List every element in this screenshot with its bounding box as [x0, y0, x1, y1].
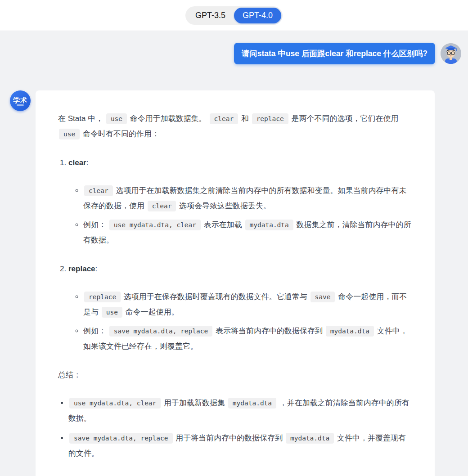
user-avatar: [441, 43, 461, 64]
sub-bullet-item: replace 选项用于在保存数据时覆盖现有的数据文件。它通常与 save 命令…: [83, 289, 413, 320]
inline-code: save mydata.dta, replace: [109, 326, 213, 337]
bold-text: replace: [68, 265, 95, 273]
tab-gpt-35[interactable]: GPT-3.5: [187, 8, 234, 23]
inline-code: clear: [84, 185, 113, 196]
summary-bullet-item: use mydata.dta, clear 用于加载新数据集 mydata.dt…: [68, 395, 413, 426]
inline-code: use: [106, 113, 127, 124]
inline-code: mydata.dta: [245, 220, 293, 230]
sub-bullet-item: clear 选项用于在加载新数据集之前清除当前内存中的所有数据和变量。如果当前内…: [83, 183, 413, 214]
inline-code: mydata.dta: [228, 398, 276, 409]
sub-bullet-list: clear 选项用于在加载新数据集之前清除当前内存中的所有数据和变量。如果当前内…: [68, 183, 413, 248]
inline-code: use: [102, 307, 122, 318]
assistant-avatar-label: 学术: [13, 96, 27, 104]
inline-code: clear: [148, 201, 176, 211]
summary-bullet-list: use mydata.dta, clear 用于加载新数据集 mydata.dt…: [58, 395, 413, 461]
summary-bullet-item: save mydata.dta, replace 用于将当前内存中的数据保存到 …: [68, 431, 413, 461]
inline-code: save: [310, 292, 335, 302]
top-bar: GPT-3.5GPT-4.0: [0, 0, 468, 31]
inline-code: save mydata.dta, replace: [69, 433, 173, 444]
paragraph: 这两个选项在不同的上下文中使用， clear 主要用于加载数据时清除内存，而 r…: [58, 474, 413, 476]
inline-code: replace: [252, 113, 288, 124]
inline-code: mydata.dta: [326, 326, 374, 337]
sub-bullet-list: replace 选项用于在保存数据时覆盖现有的数据文件。它通常与 save 命令…: [68, 289, 413, 354]
inline-code: mydata.dta: [286, 433, 334, 444]
sub-bullet-item: 例如： save mydata.dta, replace 表示将当前内存中的数据…: [83, 323, 413, 354]
sub-bullet-item: 例如： use mydata.dta, clear 表示在加载 mydata.d…: [83, 217, 413, 248]
paragraph: 在 Stata 中， use 命令用于加载数据集。 clear 和 replac…: [58, 111, 413, 142]
model-switcher: GPT-3.5GPT-4.0: [185, 6, 283, 25]
assistant-avatar: 学术: [10, 90, 31, 111]
assistant-message-card: 在 Stata 中， use 命令用于加载数据集。 clear 和 replac…: [36, 90, 435, 476]
numbered-list: clear:clear 选项用于在加载新数据集之前清除当前内存中的所有数据和变量…: [58, 155, 413, 354]
numbered-list-item: replace:replace 选项用于在保存数据时覆盖现有的数据文件。它通常与…: [68, 261, 413, 354]
inline-code: use: [59, 129, 80, 139]
assistant-avatar-subtext: [17, 104, 24, 106]
inline-code: replace: [84, 292, 121, 302]
bold-text: clear: [68, 158, 86, 167]
user-message-row: 请问stata 中use 后面跟clear 和replace 什么区别吗?: [0, 43, 461, 64]
inline-code: clear: [210, 113, 238, 124]
user-message-bubble: 请问stata 中use 后面跟clear 和replace 什么区别吗?: [234, 43, 435, 64]
tab-gpt-40[interactable]: GPT-4.0: [234, 8, 281, 23]
paragraph: 总结：: [58, 368, 413, 383]
inline-code: use mydata.dta, clear: [109, 220, 201, 230]
numbered-list-item: clear:clear 选项用于在加载新数据集之前清除当前内存中的所有数据和变量…: [68, 155, 413, 248]
inline-code: use mydata.dta, clear: [69, 398, 161, 409]
student-avatar-icon: [441, 43, 461, 64]
assistant-message-row: 学术 在 Stata 中， use 命令用于加载数据集。 clear 和 rep…: [10, 90, 435, 476]
